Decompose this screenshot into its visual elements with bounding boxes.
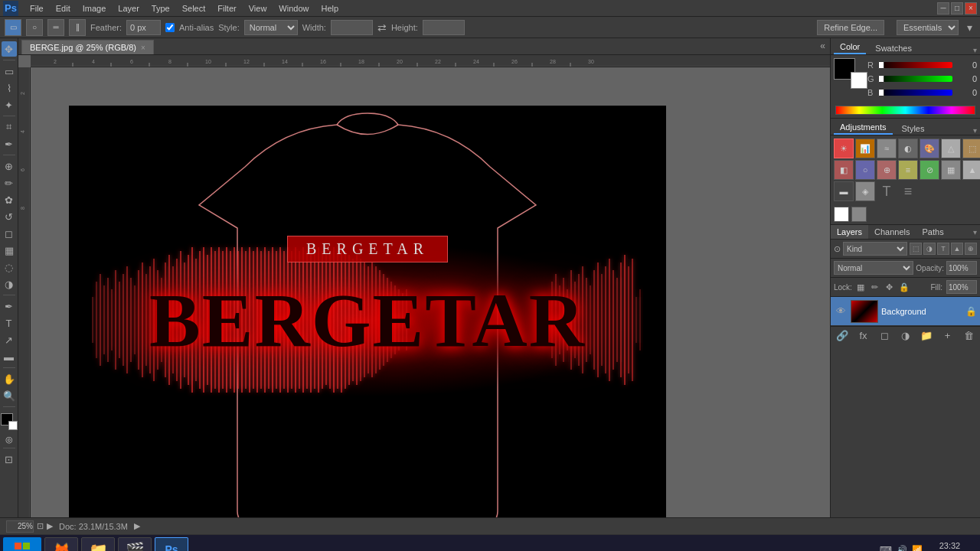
- menu-layer[interactable]: Layer: [113, 2, 145, 15]
- layer-visibility-icon[interactable]: 👁: [834, 305, 848, 318]
- marquee-tool[interactable]: ▭: [2, 64, 17, 79]
- adj-invert[interactable]: ⊘: [920, 160, 939, 180]
- fill-input[interactable]: [946, 280, 977, 294]
- tab-close-button[interactable]: ×: [141, 44, 145, 52]
- blend-mode-select[interactable]: Normal: [834, 261, 913, 275]
- eyedropper-tool[interactable]: ✒: [2, 136, 17, 152]
- menu-edit[interactable]: Edit: [51, 2, 76, 15]
- layers-tab-paths[interactable]: Paths: [916, 225, 950, 239]
- adj-gradient-map[interactable]: ▬: [834, 181, 854, 201]
- taskbar-photoshop[interactable]: Ps: [155, 537, 188, 552]
- lock-transparency-icon[interactable]: ▦: [854, 281, 867, 293]
- blur-tool[interactable]: ◌: [2, 259, 17, 275]
- layer-kind-select[interactable]: Kind: [843, 242, 907, 256]
- document-tab[interactable]: BERGE.jpg @ 25% (RGB/8) ×: [21, 40, 154, 54]
- adj-exposure[interactable]: ◐: [898, 139, 918, 158]
- lasso-tool[interactable]: ⌇: [2, 80, 17, 96]
- shape-tool[interactable]: ▬: [2, 349, 17, 364]
- status-arrow[interactable]: ▶: [134, 521, 140, 531]
- zoom-input[interactable]: [6, 520, 34, 533]
- adj-color-balance[interactable]: ⬚: [962, 139, 980, 158]
- adj-align-icon[interactable]: ≡: [898, 181, 918, 201]
- gradient-tool[interactable]: ▦: [2, 243, 17, 258]
- filter-type-icon[interactable]: T: [937, 243, 949, 255]
- layers-panel-collapse[interactable]: ▾: [973, 225, 980, 239]
- red-thumb[interactable]: [878, 61, 884, 69]
- move-tool[interactable]: ✥: [2, 41, 17, 57]
- panel-collapse-btn[interactable]: «: [815, 38, 830, 54]
- filter-adjust-icon[interactable]: ◑: [923, 243, 936, 255]
- healing-brush-tool[interactable]: ⊕: [2, 158, 17, 174]
- background-layer-item[interactable]: 👁 Background 🔒: [831, 297, 980, 326]
- tray-volume-icon[interactable]: 🔊: [897, 545, 907, 551]
- workspace-select[interactable]: Essentials: [897, 20, 959, 35]
- layers-tab-channels[interactable]: Channels: [868, 225, 916, 239]
- adj-panel-collapse[interactable]: ▾: [973, 126, 977, 135]
- layer-fx-icon[interactable]: fx: [857, 329, 871, 343]
- green-slider[interactable]: [878, 76, 952, 82]
- menu-image[interactable]: Image: [77, 2, 112, 15]
- pen-tool[interactable]: ✒: [2, 298, 17, 314]
- menu-filter[interactable]: Filter: [212, 2, 241, 15]
- adj-grey-1[interactable]: [851, 207, 867, 222]
- background-color-toolbar[interactable]: [8, 421, 18, 430]
- adj-hue-saturation[interactable]: △: [941, 139, 961, 158]
- start-button[interactable]: [3, 537, 41, 552]
- minimize-button[interactable]: ─: [937, 2, 949, 15]
- color-tab[interactable]: Color: [834, 41, 866, 54]
- background-color[interactable]: [851, 72, 867, 89]
- hand-tool[interactable]: ✋: [2, 371, 17, 386]
- marquee-ellipse-tool[interactable]: ○: [26, 19, 43, 36]
- anti-alias-checkbox[interactable]: [165, 23, 175, 32]
- opacity-input[interactable]: [946, 261, 977, 275]
- filter-shape-icon[interactable]: ▲: [951, 243, 963, 255]
- swatches-tab[interactable]: Swatches: [869, 42, 918, 54]
- adj-vibrance[interactable]: 🎨: [920, 139, 939, 158]
- history-brush-tool[interactable]: ↺: [2, 209, 17, 224]
- menu-type[interactable]: Type: [146, 2, 175, 15]
- type-tool[interactable]: T: [2, 315, 17, 331]
- adj-photo-filter[interactable]: ○: [855, 160, 875, 180]
- red-slider[interactable]: [878, 62, 952, 68]
- lock-all-icon[interactable]: 🔒: [898, 281, 910, 293]
- lock-position-icon[interactable]: ✥: [884, 281, 896, 293]
- height-input[interactable]: [423, 20, 465, 35]
- blue-slider[interactable]: [878, 90, 952, 96]
- refine-edge-button[interactable]: Refine Edge...: [817, 20, 884, 35]
- zoom-arrow[interactable]: ▶: [47, 521, 53, 531]
- marquee-rect-tool[interactable]: ▭: [5, 19, 21, 36]
- lock-image-icon[interactable]: ✏: [869, 281, 881, 293]
- adj-black-white[interactable]: ◧: [834, 160, 854, 180]
- quick-mask-icon[interactable]: ◎: [5, 435, 13, 445]
- zoom-tool[interactable]: 🔍: [2, 388, 17, 403]
- menu-file[interactable]: File: [24, 2, 49, 15]
- adj-threshold[interactable]: ▲: [962, 160, 980, 180]
- close-button[interactable]: ×: [965, 2, 977, 15]
- marquee-row-tool[interactable]: ═: [47, 19, 64, 36]
- tray-network-icon[interactable]: 📶: [912, 545, 923, 551]
- layers-tab-layers[interactable]: Layers: [831, 225, 868, 239]
- color-panel-collapse[interactable]: ▾: [973, 46, 977, 54]
- menu-select[interactable]: Select: [177, 2, 211, 15]
- maximize-button[interactable]: □: [951, 2, 963, 15]
- crop-tool[interactable]: ⌗: [2, 119, 17, 135]
- adj-color-lookup[interactable]: ≡: [898, 160, 918, 180]
- clone-stamp-tool[interactable]: ✿: [2, 192, 17, 207]
- adj-white-1[interactable]: [834, 207, 849, 222]
- magic-wand-tool[interactable]: ✦: [2, 97, 17, 112]
- adj-curves[interactable]: ≈: [877, 139, 897, 158]
- layer-group-icon[interactable]: 📁: [920, 329, 933, 343]
- adj-type-icon[interactable]: T: [877, 181, 897, 201]
- brush-tool[interactable]: ✏: [2, 175, 17, 191]
- filter-pixel-icon[interactable]: ⬚: [910, 243, 922, 255]
- adj-levels[interactable]: 📊: [855, 139, 875, 158]
- adjustments-tab[interactable]: Adjustments: [834, 121, 893, 135]
- workspace-arrow[interactable]: ▾: [963, 21, 975, 34]
- adj-channel-mixer[interactable]: ⊕: [877, 160, 897, 180]
- marquee-col-tool[interactable]: ‖: [69, 19, 86, 36]
- layer-adjustment-icon[interactable]: ◑: [899, 329, 913, 343]
- layer-mask-icon[interactable]: ◻: [877, 329, 891, 343]
- dodge-tool[interactable]: ◑: [2, 276, 17, 292]
- menu-help[interactable]: Help: [315, 2, 344, 15]
- layer-new-icon[interactable]: +: [941, 329, 955, 343]
